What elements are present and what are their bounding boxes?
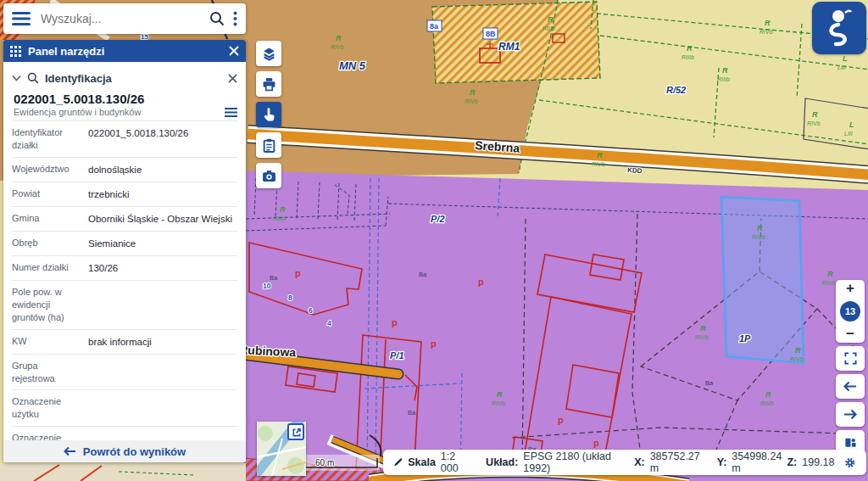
back-to-results-button[interactable]: Powrót do wyników — [3, 440, 246, 462]
svg-text:RIVb: RIVb — [807, 120, 821, 126]
identify-tool-button[interactable] — [256, 102, 281, 127]
svg-text:8a: 8a — [430, 22, 439, 31]
svg-text:p: p — [431, 338, 437, 349]
identification-results: Identyfikacja 022001_5.0018.130/26 Ewide… — [3, 62, 246, 440]
search-more-button[interactable] — [233, 11, 237, 26]
gear-icon[interactable] — [844, 456, 856, 470]
svg-text:p: p — [593, 438, 599, 448]
panel-title: Panel narzędzi — [28, 45, 222, 58]
svg-text:R: R — [827, 270, 833, 278]
svg-text:R: R — [795, 346, 801, 355]
coord-y-label: Y: — [717, 456, 727, 468]
legend-button[interactable] — [256, 132, 281, 158]
address-label-10: 10 — [263, 282, 271, 290]
overview-minimap[interactable] — [257, 422, 306, 476]
svg-text:Ba: Ba — [408, 409, 416, 417]
svg-text:R: R — [548, 15, 554, 24]
svg-text:R: R — [470, 88, 476, 97]
svg-text:R: R — [812, 110, 818, 119]
section-title: Identyfikacja — [45, 72, 222, 85]
camera-icon — [262, 169, 276, 183]
result-source-row: Ewidencja gruntów i budynków — [14, 107, 237, 117]
minimap-expand-button[interactable] — [287, 423, 304, 440]
map-scale-bar: 60 m — [297, 455, 381, 472]
field-row: Grupa rejestrowa — [12, 354, 237, 390]
svg-text:Ba: Ba — [419, 271, 427, 278]
history-back-button[interactable] — [836, 374, 865, 399]
chevron-down-icon[interactable] — [12, 75, 21, 81]
svg-text:RIVb: RIVb — [331, 44, 344, 50]
coord-z-label: Z: — [787, 456, 797, 468]
field-row: Numer działki130/26 — [12, 255, 237, 280]
magnifier-icon — [209, 11, 225, 26]
field-row: Powiattrzebnicki — [12, 182, 237, 206]
svg-text:R: R — [765, 19, 771, 27]
field-row: KWbrak informacji — [12, 329, 237, 354]
svg-text:8B: 8B — [486, 30, 496, 38]
menu-lines-icon — [225, 108, 237, 117]
coord-x-label: X: — [634, 456, 645, 468]
scale-value: 1:2 000 — [441, 450, 469, 474]
svg-text:RIVb: RIVb — [695, 334, 709, 340]
result-parcel-id: 022001_5.0018.130/26 — [14, 92, 237, 106]
close-icon — [229, 46, 239, 56]
svg-text:R: R — [757, 224, 763, 232]
pencil-icon[interactable] — [393, 456, 403, 468]
geoportal-app: MN 5 RM1 R/52 P/2 P/1 1P Srebrna KDD Rub… — [0, 0, 868, 481]
svg-text:p: p — [295, 268, 301, 278]
coord-z-value: 199.18 — [802, 456, 834, 468]
svg-text:RIVb: RIVb — [760, 29, 773, 35]
zoom-out-button[interactable]: − — [846, 328, 854, 340]
svg-text:RIVb: RIVb — [752, 234, 765, 240]
layers-button[interactable] — [256, 41, 281, 66]
coord-x-value: 385752.27 m — [650, 450, 700, 474]
scale-label: Skala — [408, 456, 436, 468]
zone-label-p1: P/1 — [390, 350, 404, 361]
printer-icon — [262, 77, 276, 92]
svg-text:RIIIb: RIIIb — [273, 215, 286, 221]
panel-close-button[interactable] — [229, 46, 239, 56]
svg-text:RIIIb: RIIIb — [542, 25, 555, 31]
selected-parcel-highlight[interactable] — [721, 197, 804, 363]
svg-text:RIVb: RIVb — [790, 356, 804, 362]
history-forward-button[interactable] — [836, 402, 865, 427]
field-row: Identyfikator działki022001_5.0018.130/2… — [12, 120, 237, 157]
svg-text:R: R — [497, 390, 503, 399]
clipboard-icon — [262, 138, 276, 153]
street-label-kdd: KDD — [627, 166, 643, 175]
arrow-left-icon — [64, 446, 76, 456]
svg-text:LIII: LIII — [844, 131, 853, 137]
screenshot-button[interactable] — [256, 163, 281, 188]
svg-text:RIIIb: RIIIb — [717, 76, 730, 82]
zone-label-rm1: RM1 — [498, 41, 520, 53]
search-input[interactable] — [39, 11, 201, 26]
fullscreen-icon — [844, 352, 857, 365]
address-label-6: 6 — [309, 306, 313, 315]
svg-text:LIII: LIII — [837, 64, 846, 70]
search-button[interactable] — [209, 11, 225, 26]
section-close-button[interactable] — [228, 74, 237, 83]
print-button[interactable] — [256, 71, 281, 97]
map-status-bar: Skala 1:2 000 Układ: EPSG 2180 (układ 19… — [383, 450, 866, 475]
zoom-in-button[interactable]: + — [846, 282, 854, 294]
fullscreen-button[interactable] — [836, 346, 865, 371]
address-label-8a: 8a — [427, 20, 442, 31]
scale-bar-label: 60 m — [315, 458, 334, 467]
tools-panel-header: Panel narzędzi — [3, 40, 246, 62]
svg-text:RIVb: RIVb — [592, 161, 605, 167]
result-menu-button[interactable] — [225, 108, 237, 117]
main-menu-button[interactable] — [12, 12, 31, 25]
close-icon — [228, 74, 237, 83]
address-label-8: 8 — [288, 294, 292, 302]
grid-icon — [10, 46, 21, 57]
field-row: Oznaczenie użytku — [12, 389, 237, 426]
svg-text:p: p — [478, 277, 484, 287]
geoportal-g-icon — [822, 8, 856, 48]
tools-panel: Panel narzędzi Identyfikacja — [3, 40, 246, 462]
zoom-control: + 13 − — [836, 280, 865, 343]
zone-label-p2: P/2 — [431, 214, 445, 224]
svg-text:RIVb: RIVb — [822, 280, 836, 286]
back-link-label: Powrót do wyników — [83, 445, 186, 458]
geoportal-logo[interactable] — [812, 2, 866, 54]
kebab-icon — [233, 11, 237, 26]
